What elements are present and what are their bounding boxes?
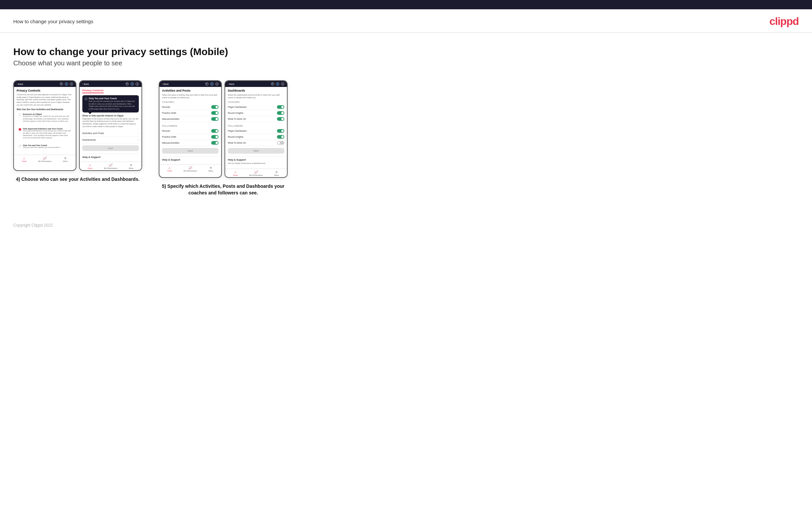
phone4-desc: Select the dashboards that you'd like to… xyxy=(228,94,284,99)
tooltip-title: Only You and Your Coach xyxy=(89,97,137,100)
phone1-option2[interactable]: Only Approved Followers and Your Coach O… xyxy=(16,126,73,141)
manual-followers-label: Manual Activities xyxy=(162,142,179,144)
people-icon-3[interactable]: 👤 xyxy=(210,82,213,86)
nav3-menu[interactable]: ≡ Menu xyxy=(201,165,221,173)
caption-4: 4) Choose who can see your Activities an… xyxy=(16,176,140,183)
phone3-desc: Select the types of activity that you'd … xyxy=(162,94,218,99)
phone3-icons: 🔍 👤 ⚙ xyxy=(205,82,218,86)
people-icon-2[interactable]: 👤 xyxy=(131,82,134,86)
phone2-dashboards-row[interactable]: Dashboards › xyxy=(82,137,139,143)
rounds-coaches-toggle[interactable] xyxy=(211,105,218,109)
chevron-icon-2: › xyxy=(138,138,139,142)
drills-followers-label: Practice Drills xyxy=(162,136,176,138)
playerdash-coaches-label: Player Dashboard xyxy=(228,106,246,108)
search-icon-3[interactable]: 🔍 xyxy=(205,82,209,86)
option3-desc: Only you and the coaches you connect wit… xyxy=(23,146,60,149)
chart-icon: 📈 xyxy=(43,156,47,160)
phone1-back[interactable]: ‹ Back xyxy=(16,83,23,85)
manual-followers-toggle[interactable] xyxy=(211,141,218,145)
phone3-save-btn[interactable]: Save xyxy=(162,148,218,154)
phone4-help: Help & Support xyxy=(228,156,284,162)
whattowork-followers-toggle[interactable] xyxy=(277,141,284,145)
option2-desc: Only approved followers and coaches you … xyxy=(23,130,71,139)
chevron-icon-1: › xyxy=(138,132,139,135)
rounds-followers-label: Rounds xyxy=(162,130,170,132)
nav4-perf-label: My Performance xyxy=(249,174,263,176)
search-icon[interactable]: 🔍 xyxy=(60,82,63,86)
activities-label: Activities and Posts xyxy=(82,132,104,135)
phone4-icons: 🔍 👤 ⚙ xyxy=(271,82,284,86)
chart-icon-4: 📈 xyxy=(254,170,258,174)
footer-text: Copyright Clippd 2022 xyxy=(13,223,53,228)
phone3-help: Help & Support xyxy=(162,156,218,162)
phone2-show-hide-title: Show or hide specific features in Clippd xyxy=(82,114,139,117)
nav2-menu[interactable]: ≡ Menu xyxy=(121,162,142,170)
header: How to change your privacy settings clip… xyxy=(0,9,812,33)
page-subheading: Choose what you want people to see xyxy=(13,59,799,67)
nav-performance[interactable]: 📈 My Performance xyxy=(35,155,55,163)
settings-icon-2[interactable]: ⚙ xyxy=(136,82,139,86)
rounds-followers-toggle[interactable] xyxy=(211,129,218,133)
phone4-whattowork-coaches: What To Work On xyxy=(228,116,284,122)
phone4-followers-label: FOLLOWERS xyxy=(228,125,284,127)
radio1[interactable] xyxy=(18,113,21,116)
nav3-home-label: Home xyxy=(167,170,172,172)
drills-coaches-toggle[interactable] xyxy=(211,111,218,115)
phone2-tab[interactable]: Privacy Controls xyxy=(82,89,104,93)
phone4-save-btn[interactable]: Save xyxy=(228,148,284,154)
phone3-followers-label: FOLLOWERS xyxy=(162,125,218,127)
phone4-playerdash-coaches: Player Dashboard xyxy=(228,104,284,110)
settings-icon-3[interactable]: ⚙ xyxy=(215,82,218,86)
people-icon-4[interactable]: 👤 xyxy=(276,82,279,86)
whattowork-coaches-toggle[interactable] xyxy=(277,117,284,121)
nav3-menu-label: Menu xyxy=(209,170,213,172)
nav4-home[interactable]: ⌂ Home xyxy=(225,169,246,177)
page-heading: How to change your privacy settings (Mob… xyxy=(13,46,799,57)
phone-1: ‹ Back 🔍 👤 ⚙ Privacy Controls Control ho… xyxy=(13,80,77,171)
phone1-icons: 🔍 👤 ⚙ xyxy=(60,82,73,86)
phone1-bottom-nav: ⌂ Home 📈 My Performance ≡ Menu xyxy=(14,155,76,163)
playerdash-coaches-toggle[interactable] xyxy=(277,105,284,109)
phone3-manual-coaches: Manual Activities xyxy=(162,116,218,122)
roundinsights-coaches-label: Round Insights xyxy=(228,112,244,114)
radio3[interactable] xyxy=(18,145,21,147)
nav4-performance[interactable]: 📈 My Performance xyxy=(246,169,266,177)
phone4-playerdash-followers: Player Dashboard xyxy=(228,128,284,134)
phone3-back[interactable]: ‹ Back xyxy=(162,83,169,85)
settings-icon[interactable]: ⚙ xyxy=(70,82,73,86)
playerdash-followers-label: Player Dashboard xyxy=(228,130,246,132)
phone4-help-body: Visit our Clippd community to troublesho… xyxy=(228,162,284,165)
phone-3: ‹ Back 🔍 👤 ⚙ Activities and Posts Select… xyxy=(159,80,222,178)
menu-icon-2: ≡ xyxy=(130,163,132,167)
nav2-perf-label: My Performance xyxy=(104,167,117,169)
nav4-menu[interactable]: ≡ Menu xyxy=(266,169,287,177)
header-title: How to change your privacy settings xyxy=(13,18,93,24)
nav2-performance[interactable]: 📈 My Performance xyxy=(100,162,121,170)
people-icon[interactable]: 👤 xyxy=(65,82,68,86)
menu-icon: ≡ xyxy=(64,156,66,160)
phone1-option3[interactable]: Only You and Your Coach Only you and the… xyxy=(16,143,73,150)
radio2[interactable] xyxy=(18,128,21,131)
phone2-back[interactable]: ‹ Back xyxy=(82,83,89,85)
playerdash-followers-toggle[interactable] xyxy=(277,129,284,133)
nav3-performance[interactable]: 📈 My Performance xyxy=(180,165,201,173)
phone2-activities-row[interactable]: Activities and Posts › xyxy=(82,130,139,137)
phone2-save-btn[interactable]: Save xyxy=(82,145,139,151)
roundinsights-followers-toggle[interactable] xyxy=(277,135,284,139)
search-icon-4[interactable]: 🔍 xyxy=(271,82,274,86)
nav-menu[interactable]: ≡ Menu xyxy=(55,155,76,163)
nav3-home[interactable]: ⌂ Home xyxy=(159,165,180,173)
drills-followers-toggle[interactable] xyxy=(211,135,218,139)
roundinsights-coaches-toggle[interactable] xyxy=(277,111,284,115)
phone2-content: Privacy Controls Only You and Your Coach… xyxy=(80,87,142,162)
settings-icon-4[interactable]: ⚙ xyxy=(281,82,284,86)
phone4-back[interactable]: ‹ Back xyxy=(228,83,235,85)
nav-home[interactable]: ⌂ Home xyxy=(14,155,35,163)
phone1-option1[interactable]: Everyone on Clippd Everyone on Clippd ca… xyxy=(16,111,73,124)
phone3-bottom-nav: ⌂ Home 📈 My Performance ≡ Menu xyxy=(159,164,221,173)
manual-coaches-toggle[interactable] xyxy=(211,117,218,121)
nav2-home[interactable]: ⌂ Home xyxy=(80,162,100,170)
roundinsights-followers-label: Round Insights xyxy=(228,136,244,138)
clippd-logo: clippd xyxy=(769,15,799,27)
search-icon-2[interactable]: 🔍 xyxy=(125,82,129,86)
